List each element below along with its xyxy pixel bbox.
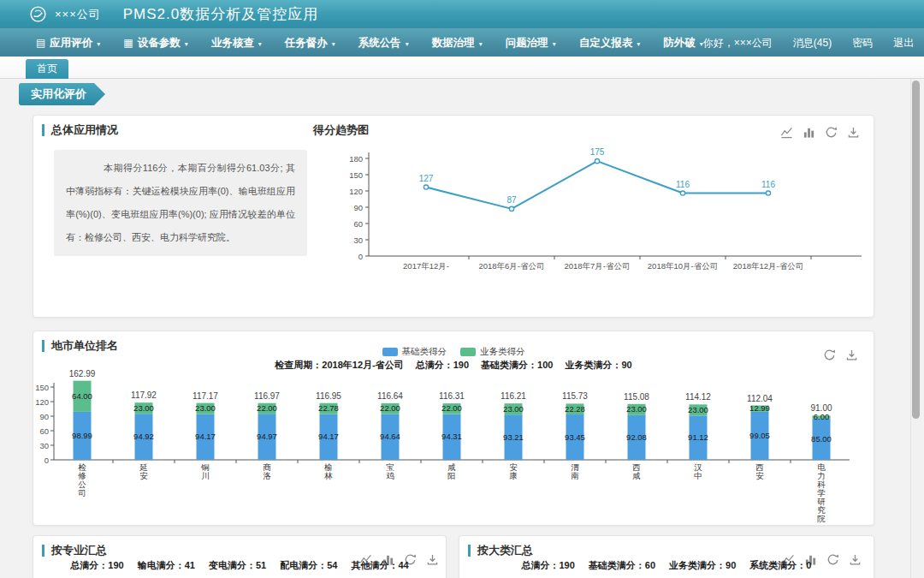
legend-item-0[interactable]: 基础类得分 — [382, 346, 447, 358]
line-chart-icon[interactable] — [780, 126, 793, 139]
chevron-down-icon: ▾ — [553, 40, 556, 48]
chevron-down-icon: ▾ — [97, 40, 100, 48]
nav-item-label: 自定义报表 — [579, 36, 633, 51]
svg-text:23.00: 23.00 — [133, 403, 154, 413]
svg-text:91.12: 91.12 — [688, 432, 708, 442]
chevron-down-icon: ▾ — [700, 40, 703, 48]
page-title: PMS2.0数据分析及管控应用 — [123, 4, 318, 24]
company-logo — [29, 5, 47, 23]
stat-0: 总满分：190 — [70, 559, 123, 572]
nav-item-5[interactable]: 数据治理▾ — [432, 36, 483, 51]
svg-text:23.00: 23.00 — [503, 404, 524, 414]
ribbon-practical-evaluation: 实用化评价 — [19, 83, 105, 105]
chevron-down-icon: ▾ — [258, 40, 262, 48]
svg-text:94.17: 94.17 — [195, 432, 216, 441]
overview-text: 本期得分116分，本期百分制得分61.03分; 其中薄弱指标有：关键运检模块应用… — [54, 150, 307, 256]
svg-text:电力科学研究院: 电力科学研究院 — [817, 462, 826, 523]
logout-link[interactable]: 退出 — [893, 36, 914, 51]
nav-item-0[interactable]: ▤应用评价▾ — [36, 36, 100, 51]
svg-text:92.08: 92.08 — [626, 432, 647, 442]
chevron-down-icon: ▾ — [479, 40, 483, 48]
svg-text:116.97: 116.97 — [254, 391, 280, 401]
svg-text:112.04: 112.04 — [747, 394, 773, 403]
trend-toolbox — [780, 126, 860, 139]
svg-text:安康: 安康 — [509, 462, 518, 480]
refresh-icon[interactable] — [823, 349, 836, 361]
svg-text:22.78: 22.78 — [318, 403, 339, 413]
nav-item-label: 防外破 — [663, 36, 696, 51]
nav-item-2[interactable]: 业务核查▾ — [211, 36, 262, 51]
chevron-down-icon: ▾ — [637, 40, 640, 48]
stat-1: 输电满分：41 — [138, 559, 195, 572]
svg-text:22.00: 22.00 — [441, 403, 462, 413]
nav-item-7[interactable]: 自定义报表▾ — [579, 36, 641, 51]
stat-2: 业务类满分：90 — [669, 559, 736, 572]
password-link[interactable]: 密码 — [852, 36, 873, 51]
legend-item-1[interactable]: 业务类得分 — [460, 346, 525, 358]
refresh-icon[interactable] — [825, 126, 838, 139]
nav-user-area: 你好，×××公司 消息(45) 密码 退出 — [703, 36, 914, 51]
panel-city-ranking: 地市单位排名 基础类得分业务类得分 检查周期：2018年12月-省公司总满分：1… — [33, 331, 874, 526]
scrollbar-thumb[interactable] — [912, 80, 920, 419]
nav-item-label: 数据治理 — [432, 36, 475, 51]
user-greeting: 你好，×××公司 — [703, 36, 773, 51]
nav-item-1[interactable]: ▦设备参数▾ — [123, 36, 187, 51]
nav-item-6[interactable]: 问题治理▾ — [506, 36, 556, 51]
trend-chart-title: 得分趋势图 — [313, 124, 369, 136]
tab-bar: 首页 — [0, 57, 924, 79]
panel-summary-category: 按大类汇总 总满分：190基础类满分：60业务类满分：90系统类满分：0 — [459, 535, 874, 578]
nav-item-4[interactable]: 系统公告▾ — [358, 36, 409, 51]
legend-label: 业务类得分 — [480, 346, 525, 358]
legend-swatch — [382, 348, 398, 356]
bar-chart-icon[interactable] — [803, 126, 815, 139]
app-root: ×××公司 PMS2.0数据分析及管控应用 ▤应用评价▾▦设备参数▾业务核查▾任… — [0, 0, 924, 578]
form-icon: ▤ — [36, 37, 45, 49]
svg-text:117.92: 117.92 — [131, 390, 157, 400]
svg-text:99.05: 99.05 — [749, 431, 770, 440]
svg-text:2017年12月-: 2017年12月- — [403, 261, 449, 271]
svg-text:检修公司: 检修公司 — [77, 462, 86, 498]
svg-text:91.00: 91.00 — [810, 403, 832, 413]
svg-text:22.00: 22.00 — [257, 403, 277, 413]
svg-text:114.12: 114.12 — [685, 392, 711, 402]
nav-item-3[interactable]: 任务督办▾ — [285, 36, 335, 51]
company-name: ×××公司 — [55, 7, 101, 22]
svg-text:延安: 延安 — [139, 462, 148, 480]
download-icon[interactable] — [845, 349, 858, 361]
svg-text:64.00: 64.00 — [72, 391, 92, 401]
svg-text:150: 150 — [35, 383, 49, 392]
nav-item-label: 问题治理 — [506, 36, 548, 51]
download-icon[interactable] — [847, 126, 860, 139]
stat-4: 其他满分：44 — [351, 559, 408, 572]
stat-3: 配电满分：54 — [280, 559, 337, 572]
stat-2: 变电满分：51 — [209, 559, 266, 572]
trend-chart: 03060901201501801272017年12月-872018年6月-省公… — [341, 148, 874, 294]
svg-text:2018年12月-省公司: 2018年12月-省公司 — [733, 261, 803, 271]
svg-text:90: 90 — [353, 203, 363, 212]
svg-text:汉中: 汉中 — [694, 462, 702, 480]
tab-home[interactable]: 首页 — [26, 59, 68, 79]
svg-text:116.64: 116.64 — [377, 391, 403, 401]
svg-text:117.17: 117.17 — [192, 391, 218, 401]
stat-0: 总满分：190 — [522, 559, 575, 572]
svg-text:94.64: 94.64 — [380, 432, 400, 441]
svg-text:120: 120 — [349, 187, 363, 196]
svg-text:西咸: 西咸 — [632, 462, 641, 480]
panel-overview-trend: 总体应用情况 本期得分116分，本期百分制得分61.03分; 其中薄弱指标有：关… — [33, 115, 874, 318]
messages-link[interactable]: 消息(45) — [793, 36, 832, 51]
svg-text:162.99: 162.99 — [69, 369, 96, 378]
svg-text:60: 60 — [39, 426, 49, 436]
svg-text:85.00: 85.00 — [811, 434, 832, 444]
svg-text:西安: 西安 — [755, 462, 764, 480]
svg-text:0: 0 — [358, 252, 363, 261]
svg-text:116: 116 — [761, 180, 775, 189]
svg-text:93.21: 93.21 — [503, 432, 524, 442]
legend-label: 基础类得分 — [402, 346, 447, 358]
svg-text:180: 180 — [349, 154, 363, 164]
nav-item-8[interactable]: 防外破▾ — [663, 36, 703, 51]
svg-text:94.92: 94.92 — [133, 432, 154, 441]
svg-text:116.31: 116.31 — [439, 391, 465, 401]
nav-item-label: 应用评价 — [50, 36, 92, 51]
svg-text:2018年6月-省公司: 2018年6月-省公司 — [478, 261, 544, 271]
svg-text:115.08: 115.08 — [624, 392, 649, 402]
